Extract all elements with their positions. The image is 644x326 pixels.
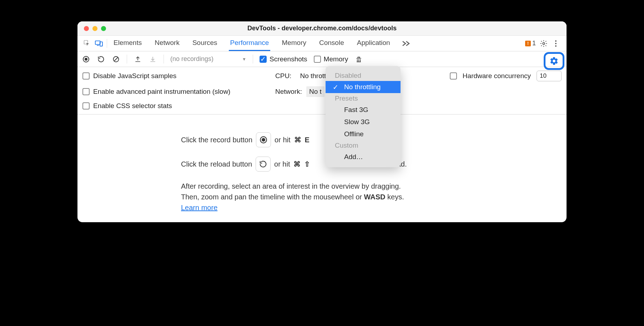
popup-item-offline[interactable]: Offline — [326, 128, 401, 140]
memory-checkbox[interactable]: Memory — [314, 55, 348, 63]
checkbox-checked-icon: ✓ — [260, 56, 267, 63]
hint-reload-text-a: Click the reload button — [181, 159, 252, 169]
capture-settings-button[interactable] — [544, 52, 564, 70]
hint-reload-text-b: or hit — [274, 159, 290, 169]
performance-toolbar: (no recordings) ▼ ✓ Screenshots Memory — [77, 51, 567, 67]
network-label: Network: — [275, 88, 302, 96]
more-tabs-icon[interactable] — [402, 39, 410, 48]
landing-content: Click the record button or hit ⌘ E ding.… — [77, 114, 567, 222]
popup-item-no-throttling[interactable]: No throttling — [326, 81, 401, 93]
minimize-window-button[interactable] — [92, 26, 97, 31]
popup-item-fast-3g[interactable]: Fast 3G — [326, 104, 401, 116]
checkbox-empty-icon — [82, 72, 90, 80]
popup-group-disabled: Disabled — [326, 70, 401, 81]
hint-para-a: After recording, select an area of inter… — [181, 182, 401, 190]
enable-paint-label: Enable advanced paint instrumentation (s… — [93, 88, 230, 96]
warnings-badge[interactable]: ! 1 — [525, 40, 536, 47]
tab-console[interactable]: Console — [318, 36, 346, 51]
capture-settings-panel: Disable JavaScript samples CPU: No throt… — [77, 67, 567, 114]
cpu-throttling-dropdown[interactable]: No thrott — [297, 71, 329, 81]
tab-network[interactable]: Network — [153, 36, 181, 51]
recordings-dropdown[interactable]: (no recordings) ▼ — [170, 55, 246, 63]
popup-group-custom: Custom — [326, 140, 401, 151]
checkbox-empty-icon — [82, 88, 90, 95]
tab-memory[interactable]: Memory — [280, 36, 308, 51]
svg-point-5 — [555, 43, 557, 44]
panel-tabs: Elements Network Sources Performance Mem… — [109, 36, 524, 51]
tab-application[interactable]: Application — [356, 36, 392, 51]
cmd-key-icon: ⌘ — [293, 159, 301, 169]
cmd-key-icon: ⌘ — [294, 134, 301, 145]
network-throttling-dropdown[interactable]: No t — [306, 86, 324, 97]
titlebar: DevTools - developer.chrome.com/docs/dev… — [77, 21, 567, 36]
chevron-down-icon: ▼ — [242, 57, 246, 62]
disable-js-label: Disable JavaScript samples — [93, 72, 176, 80]
svg-point-3 — [543, 42, 545, 45]
learn-more-link[interactable]: Learn more — [181, 204, 217, 212]
main-tabbar: Elements Network Sources Performance Mem… — [77, 36, 567, 51]
tab-performance[interactable]: Performance — [229, 36, 271, 51]
shift-key-icon: ⇧ — [304, 159, 310, 169]
popup-group-presets: Presets — [326, 93, 401, 104]
hw-concurrency-label: Hardware concurrency — [463, 72, 531, 80]
svg-rect-1 — [95, 41, 100, 45]
warnings-count: 1 — [532, 40, 536, 47]
cpu-label: CPU: — [275, 72, 291, 80]
checkbox-empty-icon — [82, 102, 90, 109]
enable-css-label: Enable CSS selector stats — [93, 102, 172, 110]
enable-paint-checkbox[interactable]: Enable advanced paint instrumentation (s… — [82, 86, 275, 97]
svg-point-8 — [85, 58, 87, 61]
tab-elements[interactable]: Elements — [112, 36, 143, 51]
clear-button[interactable] — [112, 55, 120, 63]
hint-record-text-b: or hit — [275, 134, 290, 145]
screenshots-label: Screenshots — [270, 55, 307, 63]
device-toggle-icon[interactable] — [95, 39, 103, 47]
tab-sources[interactable]: Sources — [191, 36, 219, 51]
kebab-menu-icon[interactable] — [552, 39, 560, 48]
throttling-popup: Disabled No throttling Presets Fast 3G S… — [326, 66, 401, 167]
svg-point-4 — [555, 40, 557, 42]
checkbox-empty-icon — [450, 72, 457, 80]
recordings-label: (no recordings) — [170, 55, 213, 63]
hint-para-b: Then, zoom and pan the timeline with the… — [181, 193, 364, 201]
svg-point-11 — [262, 138, 265, 142]
reload-button-inline[interactable] — [256, 157, 271, 172]
popup-item-slow-3g[interactable]: Slow 3G — [326, 116, 401, 128]
hint-para-c: keys. — [386, 193, 404, 201]
window-title: DevTools - developer.chrome.com/docs/dev… — [77, 25, 567, 32]
devtools-window: DevTools - developer.chrome.com/docs/dev… — [77, 21, 567, 222]
upload-icon[interactable] — [134, 55, 142, 63]
wasd-text: WASD — [364, 193, 386, 201]
maximize-window-button[interactable] — [101, 26, 106, 31]
download-icon[interactable] — [149, 55, 157, 63]
record-button[interactable] — [82, 55, 90, 63]
enable-css-checkbox[interactable]: Enable CSS selector stats — [82, 102, 275, 110]
reload-record-button[interactable] — [97, 55, 105, 63]
memory-label: Memory — [324, 55, 348, 63]
hint-record-text-a: Click the record button — [181, 134, 252, 145]
warning-icon: ! — [525, 41, 531, 46]
checkbox-empty-icon — [314, 56, 321, 63]
popup-item-add[interactable]: Add… — [326, 151, 401, 163]
disable-js-checkbox[interactable]: Disable JavaScript samples — [82, 71, 275, 81]
record-button-inline[interactable] — [256, 132, 271, 147]
settings-icon[interactable] — [539, 39, 548, 48]
inspect-icon[interactable] — [82, 39, 91, 47]
hw-concurrency-input[interactable] — [537, 71, 562, 81]
key-e: E — [305, 134, 310, 145]
svg-point-6 — [555, 45, 557, 47]
screenshots-checkbox[interactable]: ✓ Screenshots — [260, 55, 307, 63]
close-window-button[interactable] — [84, 26, 89, 31]
window-controls — [77, 26, 106, 31]
collect-garbage-icon[interactable] — [354, 55, 363, 63]
